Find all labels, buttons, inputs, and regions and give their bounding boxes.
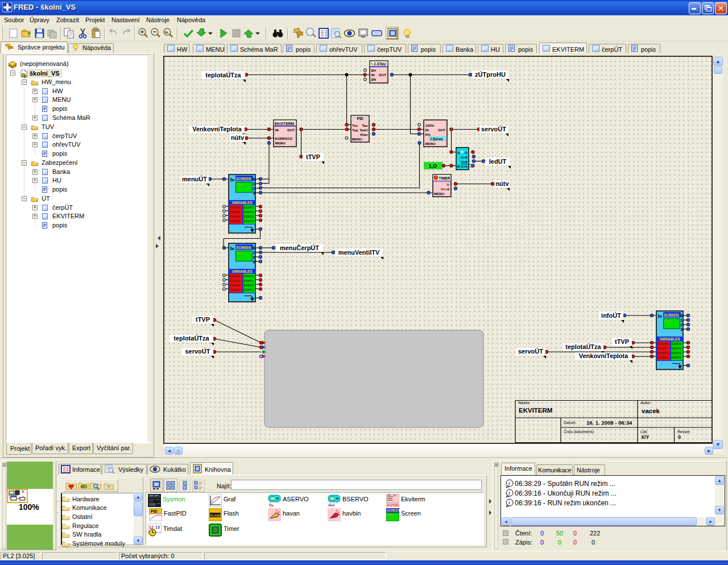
svg-text:servoÚT: servoÚT: [518, 348, 543, 355]
svg-text:In: In: [230, 246, 235, 251]
svg-text:VenkovniTeplota: VenkovniTeplota: [579, 352, 628, 359]
svg-text:DISP0: DISP0: [230, 274, 241, 278]
svg-text:DISP2: DISP2: [230, 214, 241, 218]
svg-text:12: 12: [149, 525, 154, 529]
svg-text:EDIT0: EDIT0: [672, 342, 682, 346]
svg-text:KOREKCE: KOREKCE: [275, 136, 293, 140]
svg-text:EKVITERM: EKVITERM: [387, 504, 399, 507]
svg-text:In: In: [230, 177, 235, 182]
svg-text:tTVP: tTVP: [196, 316, 210, 323]
svg-text:fit: fit: [165, 31, 168, 34]
svg-text:13: 13: [155, 525, 160, 529]
svg-text:3: 3: [253, 259, 255, 264]
svg-text:Revize:: Revize:: [677, 430, 690, 434]
svg-text:teplotaÚTza: teplotaÚTza: [173, 335, 209, 342]
svg-text:menuČerpÚT: menuČerpÚT: [280, 244, 319, 251]
svg-text:OUT: OUT: [379, 73, 386, 77]
svg-text:nútv: nútv: [231, 134, 245, 141]
svg-text:tTVP: tTVP: [306, 153, 320, 160]
svg-text:VARIABLES: VARIABLES: [660, 337, 680, 341]
svg-text:menuÚT: menuÚT: [182, 176, 207, 182]
svg-text:1,O: 1,O: [429, 163, 437, 169]
svg-text:SCREEN: SCREEN: [236, 246, 251, 250]
svg-text:∆N: ∆N: [371, 77, 377, 81]
svg-text:EDIT1: EDIT1: [244, 210, 254, 214]
svg-text:OUT: OUT: [438, 128, 445, 132]
svg-text:teplotaÚTza: teplotaÚTza: [205, 72, 241, 78]
svg-text:EKVITERM: EKVITERM: [519, 407, 552, 414]
svg-text:EDIT2: EDIT2: [244, 214, 254, 218]
svg-text:menuVentilTV: menuVentilTV: [338, 249, 380, 256]
svg-text:IN: IN: [371, 73, 375, 77]
svg-text:Autor:: Autor:: [640, 401, 651, 405]
svg-text:In: In: [658, 314, 663, 319]
svg-text:PID: PID: [151, 509, 158, 513]
svg-text:Menu: Menu: [665, 319, 672, 322]
svg-text:zÚTproHU: zÚTproHU: [475, 71, 506, 78]
svg-text:16. 1. 2008 - 06:34: 16. 1. 2008 - 06:34: [586, 419, 632, 426]
svg-text:IN: IN: [425, 128, 429, 132]
svg-text:EKVITERM: EKVITERM: [275, 122, 295, 126]
svg-text:EDIT2: EDIT2: [244, 283, 254, 287]
svg-text:servoÚT: servoÚT: [481, 126, 506, 132]
svg-text:MENU: MENU: [425, 142, 436, 146]
svg-text:DISP3: DISP3: [230, 219, 241, 223]
svg-text:teplotaÚTza: teplotaÚTza: [565, 343, 601, 350]
svg-text:DISP2: DISP2: [230, 283, 241, 287]
svg-text:Číslo dokumentu:: Číslo dokumentu:: [564, 429, 595, 434]
svg-text:StaU: StaU: [360, 128, 368, 132]
svg-text:MENU: MENU: [275, 141, 286, 145]
svg-text:VARIABLES: VARIABLES: [232, 269, 253, 273]
svg-text:VenkovniTeplota: VenkovniTeplota: [192, 126, 242, 132]
svg-text:DISP1: DISP1: [230, 210, 241, 214]
svg-text:B: B: [457, 164, 460, 168]
svg-text:∆H: ∆H: [371, 68, 377, 72]
svg-text:U>0: U>0: [461, 160, 468, 164]
svg-text:Tau: Tau: [362, 124, 368, 127]
svg-text:U<>0: U<>0: [441, 188, 449, 191]
svg-text:DISP1: DISP1: [230, 279, 241, 282]
svg-text:Menu: Menu: [237, 183, 244, 186]
svg-text:Tex: Tex: [393, 495, 396, 497]
svg-text:Tup: Tup: [352, 128, 358, 132]
svg-text:DISP0: DISP0: [658, 342, 668, 346]
svg-text:TIMER: TIMER: [439, 176, 450, 180]
svg-text:U=0: U=0: [461, 156, 468, 159]
svg-text:3: 3: [253, 190, 255, 196]
svg-text:0%: 0%: [425, 132, 431, 136]
svg-text:EDIT1: EDIT1: [672, 346, 682, 350]
svg-text:MENU: MENU: [352, 137, 363, 141]
svg-text:servoÚT: servoÚT: [185, 348, 210, 355]
svg-text:0: 0: [678, 434, 681, 440]
svg-text:Menu: Menu: [237, 252, 244, 255]
svg-text:AServo: AServo: [430, 137, 442, 141]
svg-text:3: 3: [680, 327, 682, 332]
svg-text:EDIT0: EDIT0: [244, 274, 254, 278]
svg-text:U: U: [447, 182, 450, 186]
svg-text:DISP1: DISP1: [658, 346, 668, 350]
svg-text:Menu: Menu: [387, 513, 393, 516]
svg-text:U: U: [465, 151, 468, 155]
svg-text:MENU: MENU: [434, 192, 445, 196]
svg-text:Název:: Název:: [518, 401, 531, 405]
svg-text:SCREEN: SCREEN: [236, 177, 251, 181]
svg-text:DISP3: DISP3: [658, 355, 668, 359]
svg-text:X/Y: X/Y: [641, 434, 650, 440]
svg-text:DISP3: DISP3: [230, 288, 241, 292]
svg-text:FLASH: FLASH: [210, 514, 221, 517]
svg-text:SCREEN: SCREEN: [387, 509, 399, 512]
svg-text:DISP2: DISP2: [658, 351, 668, 355]
svg-text:Datum:: Datum:: [564, 421, 577, 425]
svg-text:PID: PID: [357, 117, 363, 121]
svg-text:EDIT3: EDIT3: [244, 288, 254, 292]
svg-text:Tuz: Tuz: [352, 124, 358, 127]
svg-text:tTVP: tTVP: [615, 338, 629, 345]
svg-text:A: A: [457, 151, 460, 155]
svg-text:vacek: vacek: [642, 408, 660, 414]
svg-text:EDIT2: EDIT2: [672, 351, 682, 355]
svg-text:EDIT3: EDIT3: [672, 355, 682, 359]
svg-text:OUT: OUT: [287, 128, 295, 132]
svg-text:EDIT3: EDIT3: [244, 219, 254, 223]
svg-text:EDIT0: EDIT0: [244, 205, 254, 209]
svg-text:EDIT1: EDIT1: [244, 279, 254, 282]
